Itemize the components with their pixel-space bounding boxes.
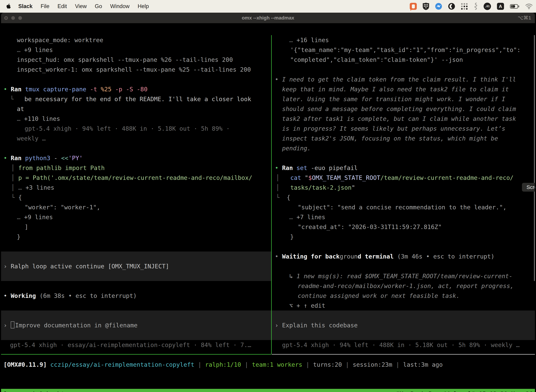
- terminal-text: team:1 workers: [252, 361, 306, 368]
- terminal-line: [272, 261, 535, 271]
- terminal-text: gpt-5.4 xhigh · 94% left · 488K in · 5.1…: [282, 341, 520, 348]
- terminal-line: [1, 301, 271, 311]
- terminal-text: keep that in mind. Maybe I also need the…: [282, 86, 509, 93]
- tmux-session-label[interactable]: [omx-cczip0:bash*: [3, 390, 64, 392]
- terminal-line: • Working (6m 38s • esc to interrupt): [1, 291, 271, 301]
- terminal-text: …: [17, 214, 24, 221]
- terminal-content: workspace_mode: worktree… +9 linesinspec…: [1, 23, 535, 392]
- terminal-text: +110 lines: [24, 115, 60, 122]
- menu-item-go[interactable]: Go: [95, 3, 102, 9]
- terminal-text: last:3m ago: [403, 361, 443, 368]
- terminal-text: is in progress? It seems likely but perh…: [282, 125, 505, 132]
- terminal-text: '{"team_name":"my-team","task_id":"1","f…: [290, 46, 521, 53]
- terminal-text: gpt-5.4 xhigh · essay/ai-reimplementatio…: [10, 341, 251, 348]
- terminal-text: d terminal: [358, 253, 397, 260]
- terminal-text: $: [308, 174, 312, 181]
- tmux-pane-right[interactable]: … +16 lines'{"team_name":"my-team","task…: [272, 35, 535, 354]
- terminal-line: [1, 242, 271, 252]
- suggestion-row[interactable]: › Explain this codebase: [272, 320, 535, 330]
- terminal-line: │ cat "$OMX_TEAM_STATE_ROOT/team/review-…: [272, 173, 535, 183]
- menu-item-slack[interactable]: Slack: [18, 3, 33, 9]
- suggestion-row[interactable]: [1, 311, 271, 320]
- menu-item-file[interactable]: File: [41, 3, 49, 9]
- window-title: omx --xhigh --madmax: [1, 13, 535, 23]
- terminal-text: pending.: [282, 145, 311, 152]
- terminal-line: │ … +3 lines: [1, 183, 271, 192]
- terminal-text: |: [198, 361, 205, 368]
- terminal-line: └ {: [272, 192, 535, 202]
- terminal-text: -S: [126, 86, 137, 93]
- terminal-text: •: [4, 154, 11, 162]
- terminal-line: gpt-5.4 xhigh · 94% left · 488K in · 5.1…: [1, 124, 271, 134]
- terminal-text: └: [276, 194, 287, 201]
- suggestion-row[interactable]: [1, 252, 271, 261]
- terminal-text: OMX_TEAM_STATE_ROOT: [312, 174, 380, 181]
- suggestion-row[interactable]: [1, 271, 271, 281]
- terminal-text: │: [11, 164, 18, 171]
- screen-record-icon[interactable]: [410, 3, 417, 10]
- text-cursor: [11, 321, 14, 328]
- screen-share-overlay[interactable]: Scre: [522, 183, 535, 191]
- wifi-icon[interactable]: [525, 3, 533, 9]
- tmux-status-bar: [omx-cczip0:bash* "MacBook-Pro-44.local"…: [1, 389, 535, 392]
- terminal-text: readme-and-reco/mailbox/worker-1.json, a…: [298, 282, 514, 289]
- messenger-icon[interactable]: [435, 3, 442, 10]
- keypad-shield-icon[interactable]: [423, 3, 429, 10]
- terminal-text: |: [396, 361, 403, 368]
- terminal-line: │ from pathlib import Path: [1, 163, 271, 173]
- scrollbar[interactable]: [534, 35, 535, 281]
- terminal-line: "subject": "send a concise recommendatio…: [272, 202, 535, 212]
- terminal-text: gpt-5.4 xhigh · 94% left · 488K in · 5.1…: [25, 125, 230, 132]
- terminal-text: p = Path('.omx/state/team/review-current…: [18, 174, 252, 181]
- battery-icon[interactable]: [510, 4, 519, 9]
- suggestion-row[interactable]: [272, 311, 535, 320]
- omx-status-text: [OMX#0.11.9] cczip/essay/ai-reimplementa…: [2, 360, 443, 369]
- terminal-text: ›: [4, 322, 11, 329]
- menu-item-edit[interactable]: Edit: [57, 3, 67, 9]
- terminal-line: '{"team_name":"my-team","task_id":"1","f…: [272, 45, 535, 55]
- apple-menu-icon[interactable]: [6, 4, 11, 9]
- terminal-text: Waiting for back: [282, 253, 340, 260]
- pane-divider-vertical[interactable]: [271, 35, 272, 354]
- terminal-text: turns:20: [313, 361, 345, 368]
- tmux-host-clock: "MacBook-Pro-44.local" 05:03 31-Mar-26: [396, 390, 533, 392]
- suggestion-row[interactable]: › Improve documentation in @filename: [1, 320, 271, 330]
- menu-item-view[interactable]: View: [75, 3, 87, 9]
- terminal-text: }: [17, 233, 20, 240]
- terminal-line: • Ran tmux capture-pane -t %25 -p -S -80: [1, 84, 271, 94]
- terminal-line: │ tasks/task-2.json": [272, 183, 535, 192]
- suggestion-row[interactable]: › Ralph loop active continue [OMX_TMUX_I…: [1, 261, 271, 271]
- terminal-text: inspect_hud: omx sparkshell --tmux-pane …: [17, 56, 233, 63]
- suggestion-row[interactable]: [272, 330, 535, 340]
- dots-grid-icon[interactable]: [461, 3, 468, 10]
- loom-icon[interactable]: [448, 3, 455, 10]
- terminal-line: ↳ 1 new msg(s): read $OMX_TEAM_STATE_ROO…: [272, 271, 535, 281]
- terminal-text: %25: [101, 86, 115, 93]
- a-badge-icon[interactable]: A: [497, 3, 504, 10]
- terminal-text: │: [276, 174, 290, 181]
- terminal-line: "worker": "worker-1",: [1, 202, 271, 212]
- tmux-pane-left[interactable]: workspace_mode: worktree… +9 linesinspec…: [1, 35, 271, 354]
- badge-61-icon[interactable]: ..61: [483, 3, 491, 10]
- terminal-text: +3 lines: [25, 184, 54, 191]
- terminal-text: inspect_worker-1: omx sparkshell --tmux-…: [17, 66, 251, 73]
- terminal-text: should send a message before completing …: [282, 105, 516, 112]
- terminal-line: … +9 lines: [1, 212, 271, 222]
- terminal-text: task2 after task1 is complete, but can I…: [282, 115, 516, 122]
- menu-item-help[interactable]: Help: [138, 3, 149, 9]
- terminal-text: │ …: [11, 184, 25, 191]
- squiggle-icon[interactable]: [474, 3, 478, 10]
- terminal-line: [272, 65, 535, 75]
- terminal-text: │: [11, 174, 18, 181]
- terminal-text: ": [305, 174, 308, 181]
- suggestion-row[interactable]: [1, 330, 271, 340]
- terminal-text: |: [245, 361, 252, 368]
- terminal-line: └ {: [1, 192, 271, 202]
- terminal-text: (3m 46s • esc to interrupt): [397, 253, 494, 260]
- terminal-text: groun: [340, 253, 358, 260]
- terminal-text: "completed","claim_token":"claim-token"}…: [290, 56, 463, 63]
- terminal-line: • Ran set -euo pipefail: [272, 163, 535, 173]
- terminal-line: [272, 242, 535, 252]
- terminal-text: │: [276, 184, 290, 191]
- menu-item-window[interactable]: Window: [110, 3, 129, 9]
